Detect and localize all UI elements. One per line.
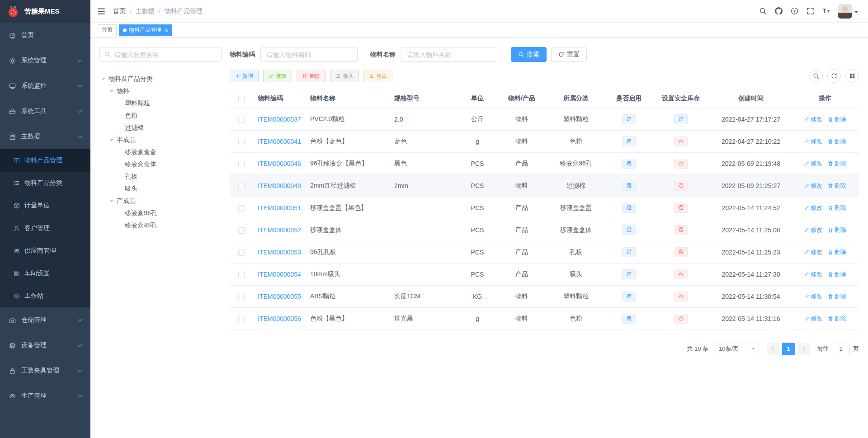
sidebar-item-system-tools[interactable]: 系统工具 (0, 99, 90, 124)
row-delete-button[interactable]: 删除 (828, 160, 846, 168)
layout-size-button[interactable]: TT (818, 0, 834, 23)
material-code-link[interactable]: ITEM00000052 (258, 226, 301, 234)
row-checkbox[interactable] (238, 161, 245, 167)
tree-node[interactable]: 半成品 (99, 134, 222, 146)
row-checkbox[interactable] (238, 250, 245, 256)
sidebar-item-fixture-management[interactable]: 工装夹具管理 (0, 358, 90, 383)
row-edit-button[interactable]: 修改 (804, 248, 822, 256)
row-checkbox[interactable] (238, 205, 245, 212)
tab-material-product-management[interactable]: 物料产品管理× (119, 24, 172, 36)
row-checkbox[interactable] (238, 227, 245, 234)
row-checkbox[interactable] (238, 117, 245, 123)
sidebar-item-material-product-management[interactable]: 物料产品管理 (0, 149, 90, 172)
refresh-table-button[interactable] (827, 69, 841, 83)
fullscreen-button[interactable] (802, 0, 818, 23)
help-button[interactable]: ? (787, 0, 802, 23)
prev-page-button[interactable] (767, 343, 779, 355)
breadcrumb-item[interactable]: 首页 (113, 7, 126, 15)
material-code-link[interactable]: ITEM00000037 (258, 116, 301, 123)
sidebar-item-workstation[interactable]: 工作站 (0, 285, 90, 307)
delete-button[interactable]: 删除 (297, 70, 326, 82)
row-checkbox[interactable] (238, 139, 245, 145)
row-checkbox[interactable] (238, 316, 245, 322)
tree-node[interactable]: 物料及产品分类 (99, 73, 222, 85)
row-delete-button[interactable]: 删除 (828, 248, 846, 256)
tree-node[interactable]: 吸头 (99, 183, 222, 195)
row-delete-button[interactable]: 删除 (828, 292, 846, 301)
row-delete-button[interactable]: 删除 (828, 115, 846, 123)
row-edit-button[interactable]: 修改 (804, 137, 822, 146)
material-code-link[interactable]: ITEM00000056 (258, 315, 301, 322)
sidebar-item-system-management[interactable]: 系统管理 (0, 48, 90, 73)
edit-button[interactable]: 修改 (263, 70, 292, 82)
row-edit-button[interactable]: 修改 (804, 226, 822, 234)
row-delete-button[interactable]: 删除 (828, 137, 846, 146)
material-name-input[interactable] (401, 47, 498, 62)
sidebar-item-warehouse-management[interactable]: 仓储管理 (0, 307, 90, 333)
category-search-input[interactable] (99, 47, 222, 62)
material-code-link[interactable]: ITEM00000049 (258, 182, 301, 189)
close-icon[interactable]: × (165, 27, 168, 33)
row-delete-button[interactable]: 删除 (828, 226, 846, 234)
row-delete-button[interactable]: 删除 (828, 182, 846, 190)
caret-down-icon[interactable] (101, 78, 106, 82)
material-code-link[interactable]: ITEM00000054 (258, 271, 301, 278)
tree-node[interactable]: 色粉 (99, 109, 222, 122)
material-code-link[interactable]: ITEM00000053 (258, 249, 301, 256)
row-edit-button[interactable]: 修改 (804, 115, 822, 123)
tree-node[interactable]: 过滤棉 (99, 122, 222, 134)
row-delete-button[interactable]: 删除 (828, 204, 846, 212)
app-logo-area[interactable]: 苦糖果MES (0, 0, 90, 23)
tree-node[interactable]: 移液盒48孔 (99, 219, 222, 231)
row-edit-button[interactable]: 修改 (804, 292, 822, 301)
sidebar-item-production-management[interactable]: 生产管理 (0, 383, 90, 409)
row-edit-button[interactable]: 修改 (804, 182, 822, 190)
sidebar-item-equipment-management[interactable]: 设备管理 (0, 333, 90, 358)
search-button[interactable]: 搜索 (511, 47, 547, 62)
tree-node[interactable]: 移液盒96孔 (99, 207, 222, 219)
export-button[interactable]: 导出 (363, 70, 392, 82)
row-delete-button[interactable]: 删除 (828, 270, 846, 278)
header-search-button[interactable] (755, 0, 771, 23)
tree-node[interactable]: 产成品 (99, 195, 222, 207)
material-code-link[interactable]: ITEM00000051 (258, 204, 301, 212)
tab-home[interactable]: 首页 (98, 24, 117, 36)
tree-node[interactable]: 移液盒盒体 (99, 158, 222, 170)
select-all-checkbox[interactable] (238, 96, 245, 102)
page-number-1[interactable]: 1 (782, 343, 795, 355)
row-edit-button[interactable]: 修改 (804, 160, 822, 168)
row-checkbox[interactable] (238, 294, 245, 300)
row-delete-button[interactable]: 删除 (828, 315, 846, 323)
goto-page-input[interactable] (832, 343, 850, 355)
page-size-select[interactable]: 10条/页 (714, 343, 759, 355)
menu-toggle-icon[interactable] (97, 7, 106, 16)
row-edit-button[interactable]: 修改 (804, 204, 822, 212)
row-checkbox[interactable] (238, 272, 245, 278)
row-checkbox[interactable] (238, 183, 245, 189)
sidebar-item-measurement-unit[interactable]: 计量单位 (0, 194, 90, 217)
sidebar-item-workshop-settings[interactable]: 车间设置 (0, 262, 90, 285)
material-code-link[interactable]: ITEM00000041 (258, 138, 301, 145)
caret-down-icon[interactable] (109, 200, 114, 204)
sidebar-item-material-product-category[interactable]: 物料产品分类 (0, 172, 90, 194)
add-button[interactable]: 新增 (230, 70, 259, 82)
import-button[interactable]: 导入 (330, 70, 359, 82)
material-code-input[interactable] (260, 47, 358, 62)
caret-down-icon[interactable] (109, 90, 114, 94)
reset-button[interactable]: 重置 (551, 47, 587, 62)
row-edit-button[interactable]: 修改 (804, 315, 822, 323)
tree-node[interactable]: 物料 (99, 85, 222, 97)
sidebar-item-supplier-management[interactable]: 供应商管理 (0, 240, 90, 262)
user-menu[interactable] (838, 4, 862, 19)
sidebar-item-home[interactable]: 首页 (0, 23, 90, 48)
columns-toggle-button[interactable] (845, 69, 859, 83)
row-edit-button[interactable]: 修改 (804, 270, 822, 278)
sidebar-item-customer-management[interactable]: 客户管理 (0, 217, 90, 240)
github-button[interactable] (771, 0, 787, 23)
sidebar-item-master-data[interactable]: 主数据 (0, 124, 90, 149)
material-code-link[interactable]: ITEM00000055 (258, 293, 301, 300)
toggle-search-button[interactable] (809, 69, 823, 83)
sidebar-item-system-monitor[interactable]: 系统监控 (0, 73, 90, 99)
tree-node[interactable]: 塑料颗粒 (99, 97, 222, 109)
tree-node[interactable]: 移液盒盒盖 (99, 146, 222, 158)
